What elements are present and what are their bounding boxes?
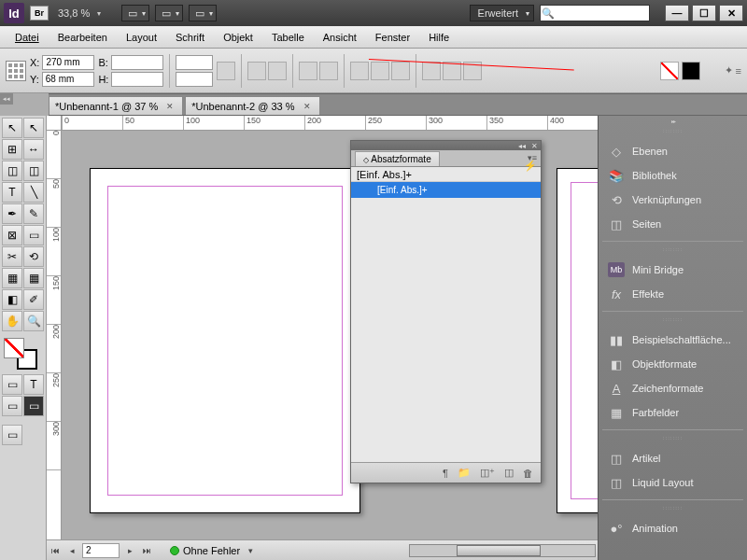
- dock-animation[interactable]: ●°Animation: [599, 516, 747, 540]
- normal-view[interactable]: ▭: [2, 396, 22, 416]
- zoom-tool[interactable]: 🔍: [23, 311, 44, 331]
- page-tool[interactable]: ⊞: [2, 139, 22, 160]
- rotate-icon[interactable]: [247, 62, 266, 80]
- dock-artikel[interactable]: ◫Artikel: [599, 446, 747, 470]
- preview-mode[interactable]: ▭: [23, 396, 44, 416]
- tab-close-icon[interactable]: ✕: [301, 100, 314, 113]
- tab-close-icon[interactable]: ✕: [163, 100, 176, 113]
- search-field[interactable]: 🔍: [540, 5, 650, 21]
- dock-liquid-layout[interactable]: ◫Liquid Layout: [599, 470, 747, 495]
- scale-x[interactable]: [176, 55, 213, 70]
- page-number-input[interactable]: [82, 543, 120, 558]
- minimize-button[interactable]: —: [665, 5, 689, 21]
- menu-datei[interactable]: Datei: [7, 29, 47, 46]
- gap-tool[interactable]: ↔: [23, 139, 44, 160]
- note-tool[interactable]: ◧: [2, 289, 22, 310]
- gradient-feather-tool[interactable]: ▦: [23, 268, 44, 288]
- next-page-icon[interactable]: ▸: [123, 544, 136, 557]
- selection-tool[interactable]: ↖: [2, 118, 22, 138]
- style-item-selected[interactable]: [Einf. Abs.]+: [351, 182, 541, 198]
- collapse-toggle[interactable]: ◂◂: [0, 93, 13, 105]
- clear-override-icon[interactable]: ¶: [443, 468, 448, 479]
- w-input[interactable]: [111, 55, 163, 70]
- collapse-icon[interactable]: ◂◂: [518, 142, 526, 150]
- styles-list[interactable]: [Einf. Abs.]+: [351, 182, 541, 462]
- preflight-status-icon[interactable]: [170, 546, 179, 555]
- x-input[interactable]: [42, 55, 94, 70]
- y-input[interactable]: [42, 72, 94, 87]
- quick-apply-icon[interactable]: ✦: [725, 64, 733, 77]
- panel-menu-icon[interactable]: ≡: [736, 65, 741, 77]
- gradient-tool[interactable]: ▦: [2, 268, 22, 288]
- apply-text[interactable]: T: [23, 374, 44, 395]
- quick-apply-icon[interactable]: ⚡: [524, 160, 537, 172]
- horizontal-scrollbar[interactable]: [409, 544, 596, 557]
- fill-stroke-control[interactable]: [2, 338, 39, 370]
- new-style-icon[interactable]: ◫⁺: [480, 467, 495, 479]
- delete-style-icon[interactable]: 🗑: [523, 468, 533, 479]
- bridge-badge[interactable]: Br: [30, 6, 49, 21]
- menu-objekt[interactable]: Objekt: [216, 29, 261, 46]
- dock-objektformate[interactable]: ◧Objektformate: [599, 352, 747, 376]
- dock-collapse[interactable]: [599, 116, 747, 125]
- line-tool[interactable]: ╲: [23, 182, 44, 203]
- prev-page-icon[interactable]: ◂: [65, 544, 78, 557]
- horizontal-ruler[interactable]: 050100150200250300350400: [62, 116, 598, 131]
- dock-ebenen[interactable]: ◇Ebenen: [599, 139, 747, 163]
- hand-tool[interactable]: ✋: [2, 311, 22, 331]
- flip-icon[interactable]: [268, 62, 287, 80]
- type-tool[interactable]: T: [2, 182, 22, 203]
- panel-drag-handle[interactable]: ◂◂✕: [351, 141, 541, 150]
- screen-mode-normal[interactable]: ▭: [2, 425, 22, 445]
- arrange-select[interactable]: ▭: [189, 5, 217, 21]
- pathfinder-icon[interactable]: [422, 62, 441, 80]
- wrap-icon[interactable]: [371, 62, 389, 80]
- menu-hilfe[interactable]: Hilfe: [421, 29, 457, 46]
- vertical-ruler[interactable]: 050100150200250300: [47, 131, 62, 539]
- stroke-icon[interactable]: [319, 62, 338, 80]
- new-group-icon[interactable]: 📁: [458, 467, 471, 479]
- doc-tab-1[interactable]: *Unbenannt-1 @ 37 %✕: [49, 96, 183, 115]
- dock-mini-bridge[interactable]: MbMini Bridge: [599, 258, 747, 282]
- menu-schrift[interactable]: Schrift: [168, 29, 212, 46]
- menu-ansicht[interactable]: Ansicht: [316, 29, 364, 46]
- page-spread-2[interactable]: [557, 168, 598, 513]
- workspace-select[interactable]: Erweitert: [470, 5, 534, 21]
- search-input[interactable]: [556, 6, 649, 21]
- ruler-origin[interactable]: [47, 116, 62, 131]
- frame-tool[interactable]: ⊠: [2, 225, 22, 245]
- dock-effekte[interactable]: fxEffekte: [599, 282, 747, 306]
- dock-zeichenformate[interactable]: AZeichenformate: [599, 376, 747, 400]
- panel-close-icon[interactable]: ✕: [531, 142, 538, 150]
- corner-icon[interactable]: [391, 62, 410, 80]
- eyedropper-tool[interactable]: ✐: [23, 289, 44, 310]
- global-zoom[interactable]: 33,8 %: [58, 7, 90, 19]
- preflight-status-text[interactable]: Ohne Fehler: [183, 545, 240, 556]
- apply-color[interactable]: ▭: [2, 374, 22, 395]
- fill-swatch[interactable]: [660, 62, 679, 80]
- options-icon[interactable]: ◫: [504, 467, 514, 479]
- last-page-icon[interactable]: ⏭: [140, 544, 153, 557]
- first-page-icon[interactable]: ⏮: [49, 544, 62, 557]
- dock-beispielschaltflaeche[interactable]: ▮▮Beispielschaltfläche...: [599, 328, 747, 352]
- pen-tool[interactable]: ✒: [2, 203, 22, 224]
- stroke-swatch[interactable]: [682, 62, 700, 80]
- dock-seiten[interactable]: ◫Seiten: [599, 212, 747, 236]
- direct-selection-tool[interactable]: ↖: [23, 118, 44, 138]
- content-placer-tool[interactable]: ◫: [23, 161, 44, 181]
- constrain-icon[interactable]: [217, 62, 235, 80]
- menu-fenster[interactable]: Fenster: [368, 29, 417, 46]
- dock-bibliothek[interactable]: 📚Bibliothek: [599, 163, 747, 188]
- scissors-tool[interactable]: ✂: [2, 246, 22, 267]
- menu-layout[interactable]: Layout: [119, 29, 164, 46]
- scale-y[interactable]: [176, 72, 213, 87]
- preflight-menu-icon[interactable]: ▾: [244, 544, 257, 557]
- panel-tab-absatzformate[interactable]: Absatzformate: [355, 151, 440, 166]
- menu-tabelle[interactable]: Tabelle: [264, 29, 312, 46]
- doc-tab-2[interactable]: *Unbenannt-2 @ 33 %✕: [185, 96, 319, 115]
- content-tool[interactable]: ◫: [2, 161, 22, 181]
- view-options-select[interactable]: ▭: [121, 5, 149, 21]
- effects-icon[interactable]: [350, 62, 369, 80]
- scroll-thumb[interactable]: [457, 545, 541, 556]
- pencil-tool[interactable]: ✎: [23, 203, 44, 224]
